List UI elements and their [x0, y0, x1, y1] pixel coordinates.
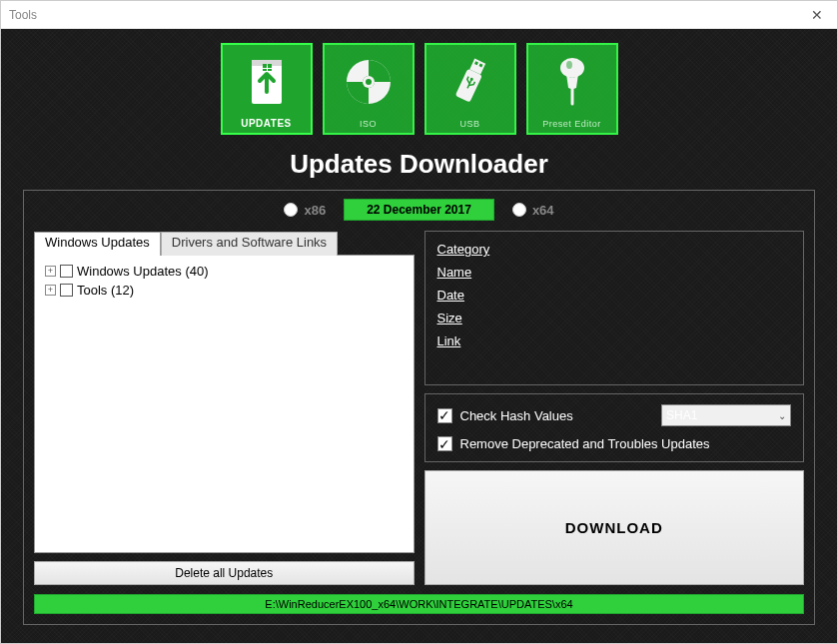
delete-all-button[interactable]: Delete all Updates	[34, 561, 415, 585]
tree-item-label: Windows Updates (40)	[77, 264, 209, 279]
nav-iso-button[interactable]: ISO	[323, 43, 415, 135]
page-title: Updates Downloader	[23, 149, 815, 180]
expand-icon[interactable]: +	[45, 285, 56, 296]
info-link-label: Link	[437, 333, 792, 348]
expand-icon[interactable]: +	[45, 266, 56, 277]
nav-updates-label: UPDATES	[241, 118, 292, 129]
checkbox[interactable]	[60, 284, 73, 297]
nav-preset-label: Preset Editor	[542, 119, 601, 129]
download-button[interactable]: DOWNLOAD	[424, 470, 805, 585]
pushpin-icon	[550, 45, 594, 119]
radio-x86[interactable]: x86	[284, 203, 326, 218]
updates-icon	[246, 45, 288, 118]
svg-point-16	[566, 61, 572, 69]
radio-x64-label: x64	[532, 203, 554, 218]
radio-x64[interactable]: x64	[512, 203, 554, 218]
svg-rect-2	[263, 64, 267, 68]
right-column: Category Name Date Size Link ✓ Check Has…	[424, 231, 805, 585]
tree-item[interactable]: + Tools (12)	[41, 281, 408, 300]
remove-deprecated-checkbox[interactable]: ✓	[437, 436, 452, 451]
svg-point-15	[560, 58, 584, 78]
check-hash-row: ✓ Check Hash Values SHA1 ⌄	[437, 404, 792, 426]
tab-windows-updates[interactable]: Windows Updates	[34, 232, 161, 256]
tree-item[interactable]: + Windows Updates (40)	[41, 262, 408, 281]
close-icon[interactable]: ✕	[805, 7, 829, 23]
path-bar[interactable]: E:\WinReducerEX100_x64\WORK\INTEGRATE\UP…	[34, 594, 804, 614]
svg-rect-5	[268, 69, 272, 71]
tree-item-label: Tools (12)	[77, 283, 134, 298]
info-size-label: Size	[437, 311, 792, 325]
radio-x86-label: x86	[304, 203, 326, 218]
info-name-label: Name	[437, 265, 792, 280]
check-hash-checkbox[interactable]: ✓	[437, 408, 452, 423]
left-column: Windows Updates Drivers and Software Lin…	[34, 231, 415, 585]
app-window: Tools ✕ UPDATES	[0, 0, 838, 644]
info-box: Category Name Date Size Link	[424, 231, 805, 385]
remove-deprecated-row: ✓ Remove Deprecated and Troubles Updates	[437, 436, 792, 451]
options-box: ✓ Check Hash Values SHA1 ⌄ ✓ Remove Depr…	[424, 393, 805, 462]
updates-tree[interactable]: + Windows Updates (40) + Tools (12)	[34, 255, 415, 553]
radio-dot-icon	[512, 203, 526, 217]
nav-usb-button[interactable]: USB	[424, 43, 516, 135]
iso-icon	[343, 45, 395, 119]
info-category-label: Category	[437, 242, 792, 257]
svg-rect-3	[268, 64, 272, 68]
checkbox[interactable]	[60, 265, 73, 278]
main-panel: x86 22 December 2017 x64 Windows Updates…	[23, 190, 815, 625]
hash-algo-value: SHA1	[666, 408, 697, 422]
date-pill[interactable]: 22 December 2017	[344, 199, 494, 221]
tab-drivers-software[interactable]: Drivers and Software Links	[161, 232, 338, 256]
chevron-down-icon: ⌄	[778, 410, 786, 421]
nav-updates-button[interactable]: UPDATES	[221, 43, 313, 135]
nav-iso-label: ISO	[360, 119, 377, 129]
info-date-label: Date	[437, 288, 792, 303]
usb-icon	[450, 45, 490, 119]
hash-algo-select[interactable]: SHA1 ⌄	[661, 404, 791, 426]
columns: Windows Updates Drivers and Software Lin…	[34, 231, 804, 585]
remove-deprecated-label: Remove Deprecated and Troubles Updates	[460, 436, 710, 451]
tabstrip: Windows Updates Drivers and Software Lin…	[34, 231, 415, 255]
content-area: UPDATES ISO	[1, 29, 837, 643]
titlebar: Tools ✕	[1, 1, 837, 29]
radio-dot-icon	[284, 203, 298, 217]
arch-row: x86 22 December 2017 x64	[34, 199, 804, 221]
check-hash-label: Check Hash Values	[460, 408, 573, 423]
nav-preset-button[interactable]: Preset Editor	[526, 43, 618, 135]
window-title: Tools	[9, 8, 805, 22]
svg-rect-4	[263, 69, 267, 71]
svg-point-9	[366, 79, 372, 85]
nav-usb-label: USB	[459, 119, 479, 129]
nav-bar: UPDATES ISO	[23, 43, 815, 135]
